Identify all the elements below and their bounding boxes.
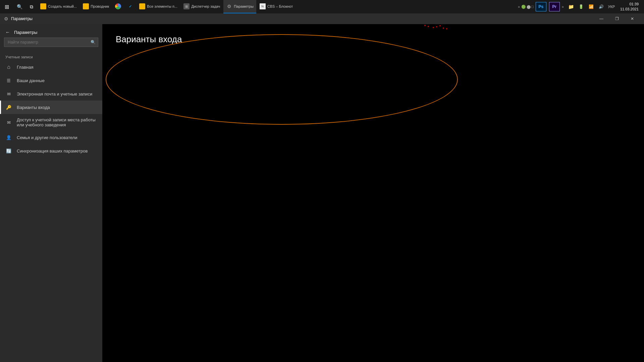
clock-time: 01:39 [620,2,639,7]
sidebar-item-sync-label: Синхронизация ваших параметров [17,148,88,154]
close-icon: ✕ [631,16,634,21]
settings-titlebar-text: Параметры [11,16,33,21]
annotation-dot [428,26,429,27]
sidebar-item-sync[interactable]: 🔄 Синхронизация ваших параметров [0,144,102,158]
taskbar-app-all-elements-label: Все элементы п... [147,4,177,8]
tray-icon-blue: ⬤ [527,5,531,9]
sidebar-item-your-data[interactable]: ☰ Ваши данные [0,74,102,87]
tray-icons: 🟢 ⬤ □ [521,5,534,9]
minimize-icon: — [599,16,603,21]
your-data-icon: ☰ [5,77,12,84]
taskbar-app-tick[interactable]: ✓ [124,0,136,13]
ps-label: Ps [538,4,543,9]
system-tray: 📁 🔋 📶 🔊 УКР [567,0,616,13]
taskbar-adobe-pr[interactable]: Pr [549,2,560,11]
sidebar-item-family-label: Семья и другие пользователи [17,135,77,140]
wifi-icon[interactable]: 📶 [587,0,596,13]
back-button[interactable]: ← Параметры [0,27,102,38]
tray-icon-green: 🟢 [521,5,526,9]
sidebar-section-title: Учетные записи [0,52,102,60]
taskbar-app-create[interactable]: Создать новый... [38,0,79,13]
back-icon: ← [5,29,10,35]
sidebar-item-home-label: Главная [17,65,33,70]
close-button[interactable]: ✕ [625,13,640,24]
tick-icon: ✓ [127,3,133,9]
keyboard-icon[interactable]: УКР [607,0,616,13]
signin-icon: 🔑 [5,104,12,111]
annotation-dot [424,25,426,26]
settings-gear-icon: ⚙ [226,3,232,9]
start-button[interactable]: ⊞ [0,0,13,13]
main-content: Варианты входа [102,24,644,362]
taskbar-app-taskmanager[interactable]: ▦ Диспетчер задач [181,0,223,13]
work-access-icon: ✉ [5,119,12,126]
taskbar-app-create-label: Создать новый... [48,4,77,8]
taskbar-app-settings[interactable]: ⚙ Параметры [223,0,256,13]
clock-date: 11.03.2021 [620,7,639,12]
annotation-dot [446,28,447,29]
page-title: Варианты входа [116,34,631,45]
chrome-icon [115,3,121,9]
battery-icon[interactable]: 🔋 [577,0,586,13]
tray-expand[interactable]: » [518,5,520,9]
sidebar-item-home[interactable]: ⌂ Главная [0,60,102,74]
sidebar-item-your-data-label: Ваши данные [17,78,45,83]
sidebar-item-family[interactable]: 👤 Семья и другие пользователи [0,131,102,144]
taskmanager-icon: ▦ [183,3,190,9]
annotation-dot [443,27,444,29]
taskbar-adobe-ps[interactable]: Ps [536,2,546,11]
taskbar-app-notepad[interactable]: N CBS – Блокнот [257,0,296,13]
task-view-icon: ⧉ [30,4,33,10]
annotation-dot [433,27,434,28]
maximize-button[interactable]: ❐ [609,13,625,24]
notepad-icon: N [260,3,266,9]
taskbar: ⊞ 🔍 ⧉ Создать новый... Проводник ✓ [0,0,644,13]
taskbar-search-button[interactable]: 🔍 [13,0,25,13]
taskbar-app-explorer[interactable]: Проводник [80,0,112,13]
sidebar-search-container: 🔍 [4,38,98,47]
sidebar-item-email-label: Электронная почта и учетные записи [17,92,92,97]
settings-titlebar: ⚙ Параметры — ❐ ✕ [0,13,644,24]
taskbar-app-all-elements[interactable]: Все элементы п... [137,0,180,13]
sidebar-item-signin-label: Варианты входа [17,105,50,110]
taskbar-app-notepad-label: CBS – Блокнот [267,4,293,8]
settings-window: ⚙ Параметры — ❐ ✕ ← Параметры 🔍 [0,13,644,362]
taskbar-right: » 🟢 ⬤ □ Ps Pr » 📁 🔋 📶 🔊 УКР 01:39 11.03.… [518,0,644,13]
sidebar-item-work-access[interactable]: ✉ Доступ к учетной записи места работы и… [0,114,102,131]
taskbar-app-taskmanager-label: Диспетчер задач [191,4,220,8]
home-icon: ⌂ [5,64,12,70]
maximize-icon: ❐ [615,16,619,21]
sidebar-item-email[interactable]: ✉ Электронная почта и учетные записи [0,87,102,101]
start-icon: ⊞ [5,4,9,10]
taskbar-apps: Создать новый... Проводник ✓ Все элемент… [38,0,518,13]
search-icon: 🔍 [91,40,96,45]
taskbar-app-explorer-label: Проводник [91,4,109,8]
folder-tray-icon[interactable]: 📁 [567,0,576,13]
search-input[interactable] [4,38,98,47]
minimize-button[interactable]: — [594,13,609,24]
sync-icon: 🔄 [5,147,12,154]
family-icon: 👤 [5,134,12,141]
folder-icon [40,3,46,9]
sidebar-item-signin[interactable]: 🔑 Варианты входа [0,101,102,114]
explorer-icon [83,3,89,9]
sidebar-title: Параметры [14,30,37,35]
settings-titlebar-icon: ⚙ [4,16,8,21]
tray-icon-square: □ [531,5,534,9]
search-icon: 🔍 [17,4,22,9]
pr-label: Pr [552,4,556,9]
task-view-button[interactable]: ⧉ [25,0,38,13]
annotation-dot [436,26,437,27]
all-elements-icon [139,3,145,9]
taskbar-app-settings-label: Параметры [234,4,254,8]
titlebar-controls: — ❐ ✕ [594,13,640,24]
adobe-expand[interactable]: » [562,5,564,9]
volume-icon[interactable]: 🔊 [597,0,606,13]
settings-body: ← Параметры 🔍 Учетные записи ⌂ Главная ☰… [0,24,644,362]
annotation-dot [439,25,441,26]
sidebar: ← Параметры 🔍 Учетные записи ⌂ Главная ☰… [0,24,102,362]
taskbar-clock[interactable]: 01:39 11.03.2021 [618,2,641,12]
sidebar-item-work-access-label: Доступ к учетной записи места работы или… [17,117,97,127]
taskbar-app-chrome[interactable] [112,0,124,13]
email-icon: ✉ [5,90,12,97]
